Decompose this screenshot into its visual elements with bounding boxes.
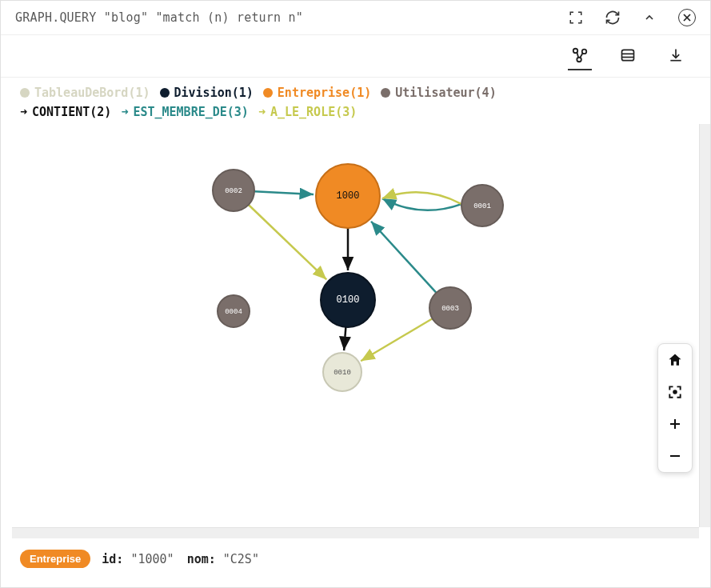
- legend-node-utilisateur[interactable]: Utilisateur(4): [381, 86, 496, 100]
- node-0010[interactable]: 0010: [323, 353, 361, 391]
- legend-label: EST_MEMBRE_DE(3): [133, 105, 249, 119]
- edge-a_le_role[interactable]: [382, 192, 461, 204]
- arrow-icon: ➜: [20, 106, 27, 118]
- query-header: GRAPH.QUERY "blog" "match (n) return n": [1, 1, 710, 35]
- legend-node-entreprise[interactable]: Entreprise(1): [263, 86, 371, 100]
- svg-rect-7: [622, 50, 634, 60]
- node-label: 1000: [337, 190, 360, 202]
- arrow-icon: ➜: [121, 106, 128, 118]
- view-tabs: [1, 35, 710, 78]
- node-label: 0002: [225, 187, 242, 195]
- zoom-out-button[interactable]: [658, 440, 692, 472]
- tab-table-view[interactable]: [616, 46, 640, 70]
- legend-dot-icon: [263, 88, 273, 98]
- graph-svg[interactable]: 1000010000100001000200030004: [12, 124, 699, 527]
- node-0002[interactable]: 0002: [213, 170, 254, 211]
- node-label: 0004: [225, 308, 242, 316]
- tab-download[interactable]: [664, 46, 688, 70]
- edge-est_membre_de[interactable]: [254, 191, 314, 194]
- node-label: 0003: [441, 305, 459, 313]
- graph-canvas-wrapper: 1000010000100001000200030004: [1, 124, 710, 538]
- query-text: GRAPH.QUERY "blog" "match (n) return n": [15, 10, 568, 25]
- close-icon[interactable]: [678, 9, 696, 26]
- legend-dot-icon: [20, 88, 30, 98]
- vertical-scrollbar[interactable]: [699, 124, 710, 527]
- svg-line-6: [580, 53, 582, 58]
- selected-prop-nom: nom: "C2S": [187, 552, 259, 566]
- legend-label: CONTIENT(2): [32, 105, 111, 119]
- legend-node-division[interactable]: Division(1): [160, 86, 254, 100]
- selected-type-badge: Entreprise: [20, 550, 90, 568]
- fullscreen-icon[interactable]: [568, 10, 584, 26]
- selected-prop-id: id: "1000": [102, 552, 174, 566]
- node-0100[interactable]: 0100: [321, 273, 375, 327]
- edge-a_le_role[interactable]: [361, 318, 432, 361]
- arrow-icon: ➜: [258, 106, 266, 118]
- legend-dot-icon: [381, 88, 390, 98]
- node-label: 0010: [334, 369, 351, 377]
- legend: TableauDeBord(1)Division(1)Entreprise(1)…: [1, 78, 710, 124]
- refresh-icon[interactable]: [605, 10, 621, 26]
- node-1000[interactable]: 1000: [316, 164, 380, 228]
- query-result-panel: GRAPH.QUERY "blog" "match (n) return n": [0, 0, 711, 588]
- node-0003[interactable]: 0003: [429, 287, 471, 329]
- legend-dot-icon: [160, 88, 170, 98]
- legend-label: Utilisateur(4): [395, 86, 496, 100]
- header-actions: [568, 9, 696, 26]
- graph-canvas[interactable]: 1000010000100001000200030004: [12, 124, 699, 527]
- edge-a_le_role[interactable]: [249, 205, 327, 279]
- edge-contient[interactable]: [344, 327, 346, 350]
- legend-label: Division(1): [174, 86, 254, 100]
- legend-label: A_LE_ROLE(3): [270, 105, 357, 119]
- legend-node-tableaudebord[interactable]: TableauDeBord(1): [20, 86, 150, 100]
- legend-edge-a_le_role[interactable]: ➜A_LE_ROLE(3): [258, 105, 357, 119]
- zoom-in-button[interactable]: [658, 408, 692, 440]
- svg-point-4: [577, 58, 581, 62]
- edge-est_membre_de[interactable]: [382, 198, 461, 210]
- svg-point-17: [673, 390, 677, 394]
- legend-edge-contient[interactable]: ➜CONTIENT(2): [20, 105, 111, 119]
- horizontal-scrollbar[interactable]: [12, 527, 699, 538]
- selected-node-details: Entreprise id: "1000"nom: "C2S": [1, 538, 710, 587]
- zoom-home-button[interactable]: [658, 344, 692, 376]
- legend-label: TableauDeBord(1): [34, 86, 150, 100]
- node-label: 0001: [473, 202, 491, 210]
- node-0004[interactable]: 0004: [218, 295, 250, 327]
- zoom-fit-button[interactable]: [658, 376, 692, 408]
- legend-edge-est_membre_de[interactable]: ➜EST_MEMBRE_DE(3): [121, 105, 249, 119]
- node-label: 0100: [337, 294, 360, 306]
- legend-label: Entreprise(1): [278, 86, 371, 100]
- collapse-icon[interactable]: [641, 10, 657, 26]
- svg-line-5: [577, 52, 578, 57]
- edge-est_membre_de[interactable]: [371, 222, 436, 293]
- node-0001[interactable]: 0001: [461, 185, 503, 226]
- tab-graph-view[interactable]: [568, 46, 592, 70]
- zoom-controls: [657, 343, 693, 473]
